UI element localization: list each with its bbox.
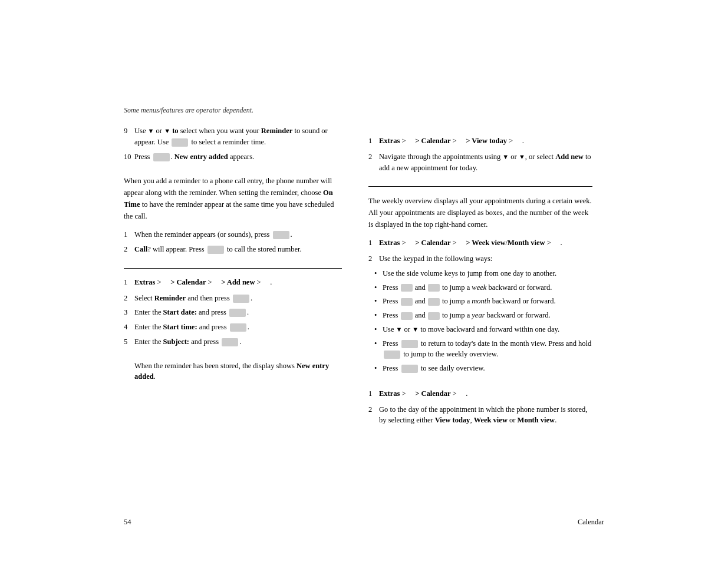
step-s3-nav: 1 Extras > > Calendar > . [368,388,592,401]
nav-arrow1: ▼ [502,152,509,162]
step-nav1: 1 Extras > > Calendar > > Add new > . [124,277,342,289]
key-subj [222,338,238,346]
bullet-dot-3: • [374,296,383,307]
step-content-subj: Enter the Subject: and press . [134,336,342,348]
key-button [172,138,188,147]
bullet-content-5: Use ▼ or ▼ to move backward and forward … [383,324,592,335]
section-divider [124,268,342,269]
step-subject: 5 Enter the Subject: and press . [124,336,342,348]
step-content-wv-nav: Extras > > Calendar > > Week view/Month … [379,237,592,249]
left-column: Some menus/features are operator depende… [124,106,342,389]
bullet-content-2: Press and to jump a week backward or for… [383,282,592,293]
bullet-content-4: Press and to jump a year backward or for… [383,310,592,321]
key-b3b [428,298,440,306]
key-b7 [401,365,418,373]
step-wv-nav: 1 Extras > > Calendar > > Week view/Mont… [368,237,592,250]
key-sel [233,295,249,303]
reminder-para: When you add a reminder to a phone call … [124,175,342,222]
key-b2a [401,284,413,292]
step-content-vt2: Navigate through the appointments using … [379,151,592,174]
step-num-sel: 2 [124,293,134,304]
step-num-subj: 5 [124,336,134,348]
step-content-st: Enter the Start time: and press . [134,322,342,333]
section-divider-right [368,186,592,187]
step-num-s3-nav: 1 [368,388,379,401]
step-starttime: 4 Enter the Start time: and press . [124,322,342,333]
step-num-vt2: 2 [368,151,379,174]
bullet-dot-2: • [374,282,383,293]
step-content-9: Use ▼ or ▼ to select when you want your … [134,125,342,148]
bullet-3: • Press and to jump a month backward or … [374,296,592,307]
arrow-icon-right: ▼ [164,126,170,136]
step-num-10: 10 [124,151,134,163]
bullet-content-6: Press to return to today's date in the m… [383,338,592,361]
step-num-nav1: 1 [124,277,134,289]
step-num-sd: 3 [124,307,134,318]
key-b6a [401,340,418,348]
step-content-s3-2: Go to the day of the appointment in whic… [379,404,592,427]
key-b3a [401,298,413,306]
key-b6b [384,351,400,359]
step-vt-nav: 1 Extras > > Calendar > > View today > . [368,135,592,148]
step-content-vt-nav: Extras > > Calendar > > View today > . [379,135,592,147]
step-num-r2: 2 [124,244,134,255]
bullet-6: • Press to return to today's date in the… [374,338,592,361]
bullet-content-7: Press to see daily overview. [383,363,592,374]
bullet-7: • Press to see daily overview. [374,363,592,374]
bullet-content-3: Press and to jump a month backward or fo… [383,296,592,307]
step-r1: 1 When the reminder appears (or sounds),… [124,229,342,240]
stored-para: When the reminder has been stored, the d… [134,361,342,383]
step-content-wv2: Use the keypad in the following ways: [379,253,592,265]
bullet-list: • Use the side volume keys to jump from … [374,268,592,374]
step-content-s3-nav: Extras > > Calendar > . [379,388,592,399]
key-b2b [428,284,440,292]
key-r2 [207,246,224,254]
key-b4b [428,312,440,320]
step-content-r1: When the reminder appears (or sounds), p… [134,229,342,240]
step-content-sel: Select Reminder and then press . [134,293,342,304]
key-button-10 [153,153,170,161]
bullet-dot-1: • [374,268,383,279]
step-content-nav1: Extras > > Calendar > > Add new > . [134,277,342,288]
weekly-overview-para: The weekly overview displays all your ap… [368,195,592,230]
bullet-dot-7: • [374,363,383,374]
key-b4a [401,312,413,320]
step-num-r1: 1 [124,229,134,240]
step-content-sd: Enter the Start date: and press . [134,307,342,318]
nav-arrow2: ▼ [519,152,525,162]
key-sd [229,309,246,317]
step-vt2: 2 Navigate through the appointments usin… [368,151,592,174]
step-num-s3-2: 2 [368,404,379,427]
step-content-10: Press . New entry added appears. [134,151,342,163]
step-num-9: 9 [124,125,134,148]
key-r1 [273,231,289,239]
step-sel-reminder: 2 Select Reminder and then press . [124,293,342,304]
step-content-r2: Call? will appear. Press to call the sto… [134,244,342,255]
bullet-dot-5: • [374,324,383,335]
footer-section-title: Calendar [578,518,604,527]
step-num-vt-nav: 1 [368,135,379,148]
key-st [230,323,246,332]
bullet-content-1: Use the side volume keys to jump from on… [383,268,592,279]
step-num-wv-nav: 1 [368,237,379,250]
step-wv2: 2 Use the keypad in the following ways: [368,253,592,265]
bullet-1: • Use the side volume keys to jump from … [374,268,592,279]
bullet-2: • Press and to jump a week backward or f… [374,282,592,293]
bullet-4: • Press and to jump a year backward or f… [374,310,592,321]
nav-arrow-b5a: ▼ [396,325,403,335]
bullet-dot-6: • [374,338,383,361]
step-r2: 2 Call? will appear. Press to call the s… [124,244,342,255]
nav-arrow-b5b: ▼ [412,325,419,335]
step-num-st: 4 [124,322,134,333]
bullet-5: • Use ▼ or ▼ to move backward and forwar… [374,324,592,335]
notice-text: Some menus/features are operator depende… [124,106,342,115]
step-9: 9 Use ▼ or ▼ to select when you want you… [124,125,342,148]
step-startdate: 3 Enter the Start date: and press . [124,307,342,318]
right-column: 1 Extras > > Calendar > > View today > .… [368,135,592,429]
page: Some menus/features are operator depende… [0,0,728,562]
bullet-dot-4: • [374,310,383,321]
footer-page-number: 54 [124,518,131,527]
step-10: 10 Press . New entry added appears. [124,151,342,163]
arrow-icon-left: ▼ [148,126,154,136]
step-s3-2: 2 Go to the day of the appointment in wh… [368,404,592,427]
